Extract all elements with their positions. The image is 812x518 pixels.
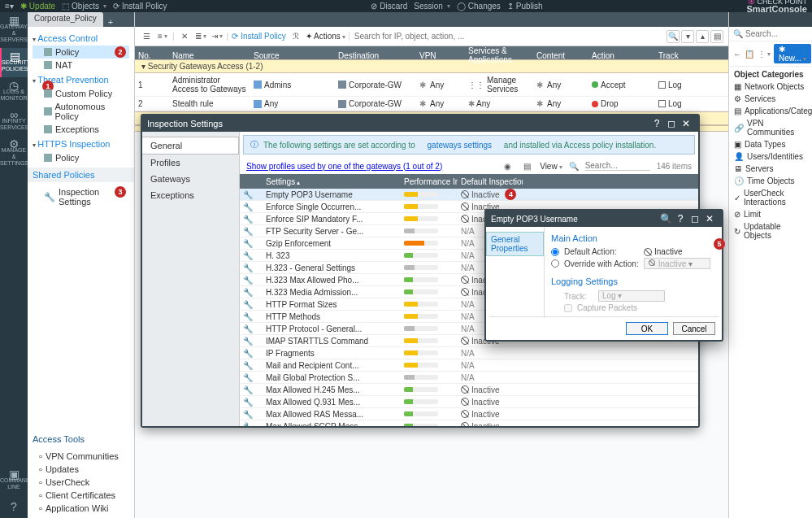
right-search-input[interactable] [745,29,812,38]
nav-item-nat[interactable]: NAT [33,59,129,72]
view-filter-icon[interactable]: ▤ [520,159,533,172]
tool-close-icon[interactable]: ✕ [178,30,191,43]
tool-indent-icon[interactable]: ⇥ [211,30,224,43]
shared-item-inspection-settings[interactable]: 🔧Inspection Settings3 [33,185,129,208]
obj-cat-services[interactable]: ⚙Services [729,93,812,105]
rules-band-1[interactable]: ▾ Security Gateways Access (1-2) [135,59,728,73]
rules-col[interactable]: Destination [335,51,416,60]
override-action-radio[interactable] [551,259,559,268]
cancel-button[interactable]: Cancel [673,322,715,335]
publish-button[interactable]: ↥ Publish [507,2,543,11]
tool-item-usercheck[interactable]: ▫UserCheck [33,476,129,489]
nav-item-autonomous-policy[interactable]: Autonomous Policy [33,100,129,123]
obj-cat-servers[interactable]: 🖥Servers [729,163,812,175]
obj-cat-usercheck-interactions[interactable]: ✓UserCheck Interactions [729,187,812,208]
dialog-popout-icon[interactable]: ◻ [664,118,679,129]
tool-item-application-wiki[interactable]: ▫Application Wiki [33,502,129,515]
col-perf[interactable]: Performance Impact [401,177,458,186]
pop-help-icon[interactable]: ? [673,213,688,224]
pop-popout-icon[interactable]: ◻ [688,213,702,224]
dlg-tab-exceptions[interactable]: Exceptions [142,187,239,203]
setting-row[interactable]: 🔧Max Allowed H.245 Mes...Inactive [240,384,698,396]
tool-item-client-certificates[interactable]: ▫Client Certificates [33,489,129,502]
obj-cat-time-objects[interactable]: 🕓Time Objects [729,175,812,187]
rail-gw[interactable]: ▦GATEWAYS& SERVERS [0,12,28,48]
nav-item-policy[interactable]: Policy [33,151,129,164]
col-settings[interactable]: Settings [263,177,401,186]
nav-item-policy[interactable]: Policy2 [33,46,129,59]
tool-list-icon[interactable]: ☰ [140,30,153,43]
menu-icon[interactable]: ≡▾ [5,2,14,11]
obj-cat-applications-categories[interactable]: ▤Applications/Categories [729,105,812,117]
view-eye-icon[interactable]: ◉ [501,159,514,172]
nav-section-access-control[interactable]: Access Control [33,33,129,43]
objects-menu[interactable]: ⬚ Objects [62,2,106,11]
new-object-button[interactable]: ✱ New... [774,44,811,63]
filter-icon[interactable]: ▤ [710,30,723,43]
rp-back-icon[interactable]: ← [733,47,741,60]
setting-row[interactable]: 🔧Mail Global Protection S...N/A [240,372,698,384]
rail-lm[interactable]: ◷LOGS &MONITOR [0,77,28,107]
dlg-tab-profiles[interactable]: Profiles [142,155,239,171]
rule-row[interactable]: 2Stealth ruleAnyCorporate-GWAnyAnyAny Dr… [135,97,728,111]
dialog-close-icon[interactable]: ✕ [679,118,693,129]
default-action-radio[interactable] [551,248,559,256]
update-button[interactable]: ✱ Update [20,2,55,11]
add-tab[interactable]: + [103,17,118,27]
sort-down-icon[interactable]: ▾ [681,30,694,43]
rail-cl[interactable]: ▣COMMANDLINE [0,466,28,495]
rp-paste-icon[interactable]: 📋 [745,47,754,60]
pop-close-icon[interactable]: ✕ [702,213,717,224]
general-properties-tab[interactable]: General Properties [486,232,544,256]
rules-col[interactable]: Track [655,51,712,60]
obj-cat-network-objects[interactable]: ▦Network Objects [729,81,812,93]
col-definsp[interactable]: Default Inspection [458,177,523,186]
obj-cat-users-identities[interactable]: 👤Users/Identities [729,150,812,163]
tool-row-icon[interactable]: ≡ [156,30,169,43]
install-policy-top[interactable]: ⟳ Install Policy [113,2,167,11]
install-policy-main[interactable]: ⟳ Install Policy [232,32,286,41]
rail-help-icon[interactable]: ? [6,495,22,518]
rules-col[interactable]: No. [135,51,169,60]
sort-up-icon[interactable]: ▴ [696,30,709,43]
view-menu[interactable]: View [540,162,562,171]
show-profiles-link[interactable]: Show profiles used by one of the gateway… [246,162,442,171]
nav-section-https-inspection[interactable]: HTTPS Inspection [33,139,129,149]
main-search-input[interactable] [354,32,663,41]
tool-collapse-icon[interactable]: ≣ [194,30,207,43]
dlg-tab-general[interactable]: General [142,137,239,155]
setting-row[interactable]: 🔧Max Allowed Q.931 Mes...Inactive [240,396,698,408]
rail-sp[interactable]: ▤SECURITYPOLICIES [0,48,28,77]
changes-button[interactable]: ◯ Changes [457,2,501,11]
actions-menu[interactable]: ✦ Actions [306,32,345,41]
setting-row[interactable]: 🔧Empty POP3 UsernameInactive4 [240,189,698,201]
obj-cat-updatable-objects[interactable]: ↻Updatable Objects [729,220,812,242]
rules-col[interactable]: Name [169,51,250,60]
rules-col[interactable]: Source [250,51,335,60]
settings-search-input[interactable] [585,161,650,171]
tool-item-vpn-communities[interactable]: ▫VPN Communities [33,450,129,463]
rp-sort-icon[interactable]: ⋮ [758,47,771,60]
override-action-select[interactable]: Inactive ▾ [644,258,710,269]
tool-item-updates[interactable]: ▫Updates [33,463,129,476]
rail-is[interactable]: ∞INFINITYSERVICES [0,107,28,136]
pop-search-icon[interactable]: 🔍 [658,213,673,224]
dialog-help-icon[interactable]: ? [649,118,664,129]
gateways-settings-link[interactable]: gateways settings [428,141,493,150]
ok-button[interactable]: OK [626,322,668,335]
rail-ms[interactable]: ⚙MANAGE &SETTINGS [0,136,28,172]
rules-col[interactable]: Content [533,51,588,60]
obj-cat-vpn-communities[interactable]: 🔗VPN Communities [729,117,812,138]
nav-item-custom-policy[interactable]: Custom Policy [33,87,129,100]
setting-row[interactable]: 🔧Max Allowed RAS Messa...Inactive [240,408,698,420]
rules-col[interactable]: Action [588,51,655,60]
discard-button[interactable]: ⊘ Discard [371,2,407,11]
policy-tab[interactable]: Corporate_Policy [28,12,103,27]
obj-cat-limit[interactable]: ⊘Limit [729,208,812,220]
rules-col[interactable]: VPN [416,51,465,60]
rules-col[interactable]: Services & Applications [465,46,533,64]
setting-row[interactable]: 🔧Max Allowed SCCP Mess...Inactive [240,420,698,426]
setting-row[interactable]: 🔧IP FragmentsN/A [240,347,698,359]
session-menu[interactable]: Session [414,2,450,11]
search-go-icon[interactable]: 🔍 [667,30,680,43]
